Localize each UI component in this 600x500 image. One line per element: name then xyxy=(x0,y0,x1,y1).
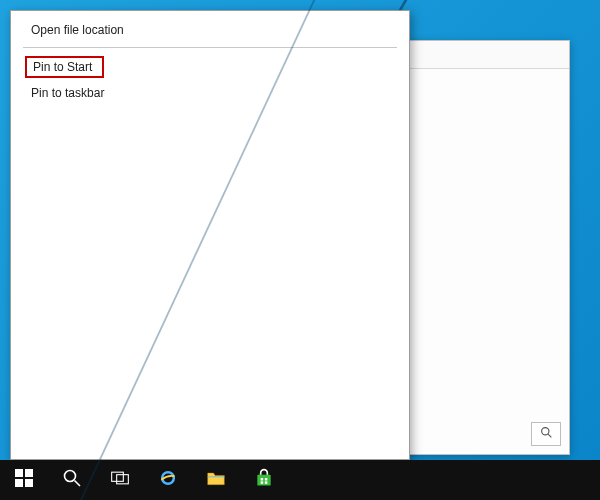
context-menu: Open file location Pin to Start Pin to t… xyxy=(10,10,410,460)
file-explorer-button[interactable] xyxy=(192,460,240,500)
svg-rect-13 xyxy=(261,478,264,481)
menu-separator xyxy=(23,47,397,48)
svg-rect-3 xyxy=(25,469,33,477)
menu-item-open-file-location[interactable]: Open file location xyxy=(11,17,409,43)
highlight-annotation: Pin to Start xyxy=(25,56,104,78)
svg-rect-9 xyxy=(117,475,129,484)
svg-rect-14 xyxy=(265,478,268,481)
search-box[interactable] xyxy=(531,422,561,446)
taskbar-search-button[interactable] xyxy=(48,460,96,500)
internet-explorer-button[interactable] xyxy=(144,460,192,500)
store-button[interactable] xyxy=(240,460,288,500)
svg-rect-5 xyxy=(25,479,33,487)
svg-line-1 xyxy=(548,434,551,437)
svg-rect-11 xyxy=(208,476,225,477)
menu-item-label: Pin to taskbar xyxy=(31,86,104,100)
svg-point-6 xyxy=(65,471,76,482)
windows-logo-icon xyxy=(14,468,34,492)
svg-rect-15 xyxy=(261,481,264,484)
task-view-button[interactable] xyxy=(96,460,144,500)
task-view-icon xyxy=(110,468,130,492)
svg-rect-2 xyxy=(15,469,23,477)
taskbar xyxy=(0,460,600,500)
desktop: Open file location Pin to Start Pin to t… xyxy=(0,0,600,500)
menu-item-pin-to-taskbar[interactable]: Pin to taskbar xyxy=(11,80,409,106)
svg-point-0 xyxy=(541,428,548,435)
menu-item-pin-to-start[interactable]: Pin to Start xyxy=(11,54,409,80)
svg-rect-12 xyxy=(257,475,270,486)
svg-rect-8 xyxy=(112,472,124,481)
svg-rect-4 xyxy=(15,479,23,487)
menu-item-label: Pin to Start xyxy=(33,60,92,74)
svg-rect-16 xyxy=(265,481,268,484)
search-icon xyxy=(540,425,553,443)
ie-icon xyxy=(158,468,178,492)
store-icon xyxy=(254,468,274,492)
menu-item-label: Open file location xyxy=(31,23,124,37)
svg-line-7 xyxy=(75,481,81,487)
search-icon xyxy=(62,468,82,492)
folder-icon xyxy=(206,468,226,492)
start-button[interactable] xyxy=(0,460,48,500)
